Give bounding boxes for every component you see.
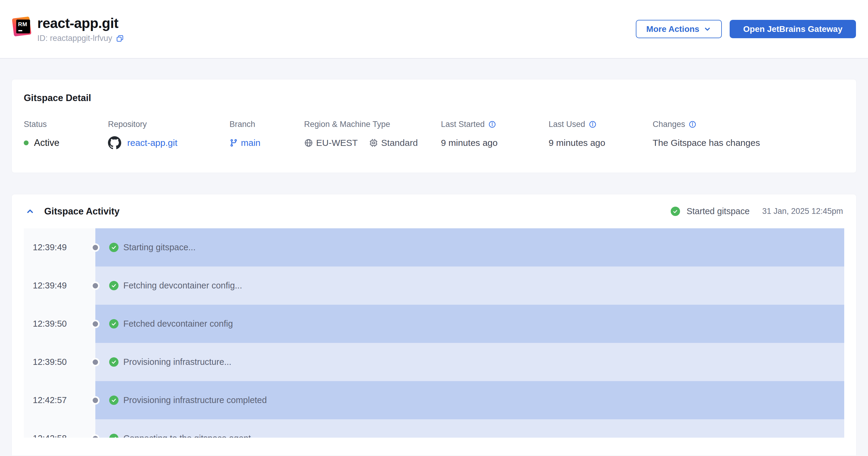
field-last-used: Last Used 9 minutes ago [549, 119, 653, 150]
chevron-up-icon [26, 207, 35, 216]
info-icon[interactable] [589, 121, 596, 128]
log-message: Fetching devcontainer config... [123, 281, 242, 291]
more-actions-label: More Actions [646, 24, 699, 34]
timeline-dot [93, 321, 98, 327]
last-used-value: 9 minutes ago [549, 136, 653, 150]
gitspace-detail-card: Gitspace Detail Status Active Repository [11, 79, 857, 173]
log-time: 12:39:50 [24, 343, 95, 381]
check-circle-icon [109, 357, 119, 367]
region-machine-label: Region & Machine Type [304, 119, 441, 129]
activity-card-title: Gitspace Activity [44, 206, 119, 217]
check-circle-icon [109, 243, 119, 252]
branch-label: Branch [229, 119, 304, 129]
branch-link[interactable]: main [241, 138, 260, 148]
log-time: 12:42:57 [24, 381, 95, 419]
log-time: 12:42:58 [24, 419, 95, 438]
log-message: Fetched devcontainer config [123, 319, 233, 329]
github-icon [108, 136, 121, 150]
log-time: 12:39:50 [24, 305, 95, 343]
changes-value: The Gitspace has changes [653, 136, 844, 150]
last-used-label: Last Used [549, 120, 585, 129]
detail-card-title: Gitspace Detail [24, 93, 844, 103]
log-row: 12:42:58 Connecting to the gitspace agen… [24, 419, 844, 438]
chevron-down-icon [704, 25, 711, 33]
log-time: 12:39:49 [24, 267, 95, 305]
gitspace-activity-card: Gitspace Activity Started gitspace 31 Ja… [11, 194, 857, 455]
copy-id-button[interactable] [116, 34, 124, 43]
field-last-started: Last Started 9 minutes ago [441, 119, 549, 150]
machine-type-value: Standard [381, 138, 418, 148]
log-message: Starting gitspace... [123, 242, 195, 252]
log-row: 12:39:50 Provisioning infrastructure... [24, 343, 844, 381]
field-branch: Branch main [229, 119, 304, 150]
log-message: Connecting to the gitspace agent... [123, 433, 258, 438]
log-row: 12:39:49 Fetching devcontainer config... [24, 267, 844, 305]
info-icon[interactable] [689, 121, 696, 128]
repository-label: Repository [108, 119, 229, 129]
status-dot-icon [24, 141, 29, 145]
last-started-value: 9 minutes ago [441, 136, 549, 150]
collapse-activity-button[interactable] [26, 207, 35, 216]
activity-status: Started gitspace [687, 206, 750, 216]
page-header: RM react-app.git ID: reactappgit-lrfvuy [0, 0, 868, 59]
log-row: 12:42:57 Provisioning infrastructure com… [24, 381, 844, 419]
activity-timestamp: 31 Jan, 2025 12:45pm [762, 207, 843, 216]
status-value: Active [34, 138, 59, 148]
log-time: 12:39:49 [24, 228, 95, 267]
gitspace-id: ID: reactappgit-lrfvuy [37, 34, 112, 43]
log-message: Provisioning infrastructure... [123, 357, 231, 367]
info-icon[interactable] [489, 121, 496, 128]
region-value: EU-WEST [316, 138, 358, 148]
field-changes: Changes The Gitspace has changes [653, 119, 844, 150]
check-circle-icon [109, 281, 119, 290]
check-circle-icon [109, 396, 119, 405]
page-title: react-app.git [37, 15, 124, 31]
field-repository: Repository react-app.git [108, 119, 229, 150]
more-actions-button[interactable]: More Actions [636, 20, 722, 38]
git-branch-icon [229, 139, 238, 147]
log-row: 12:39:50 Fetched devcontainer config [24, 305, 844, 343]
timeline-dot [93, 245, 98, 250]
globe-icon [304, 139, 313, 147]
timeline-dot [93, 398, 98, 403]
check-circle-icon [109, 319, 119, 329]
log-message: Provisioning infrastructure completed [123, 395, 267, 405]
last-started-label: Last Started [441, 120, 485, 129]
copy-icon [116, 34, 124, 43]
timeline-dot [93, 283, 98, 288]
log-row: 12:39:49 Starting gitspace... [24, 228, 844, 267]
field-region-machine: Region & Machine Type EU-WEST [304, 119, 441, 150]
changes-label: Changes [653, 120, 685, 129]
open-jetbrains-gateway-button[interactable]: Open JetBrains Gateway [730, 20, 856, 38]
status-label: Status [24, 119, 108, 129]
rubymine-logo-icon: RM [12, 16, 32, 38]
cpu-icon [369, 139, 378, 147]
check-circle-icon [109, 434, 119, 438]
check-circle-icon [671, 207, 680, 216]
activity-log[interactable]: 12:39:49 Starting gitspace... 12:39:49 F… [24, 228, 844, 438]
field-status: Status Active [24, 119, 108, 150]
timeline-dot [93, 360, 98, 365]
logo-text: RM [18, 21, 27, 28]
repository-link[interactable]: react-app.git [127, 138, 178, 148]
page-content: Gitspace Detail Status Active Repository [0, 59, 868, 455]
